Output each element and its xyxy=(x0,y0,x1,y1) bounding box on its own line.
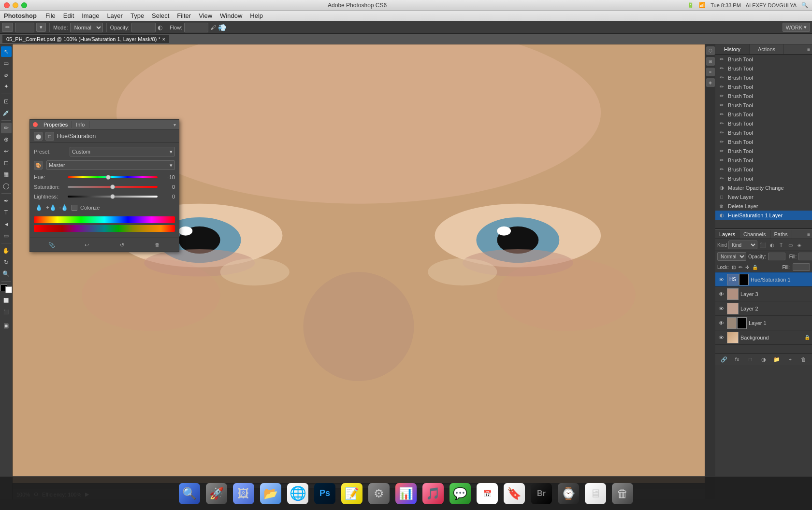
right-icon-3[interactable]: ≡ xyxy=(706,68,715,76)
clone-tool[interactable]: ⊕ xyxy=(1,134,12,145)
history-item[interactable]: ✏Brush Tool xyxy=(715,146,812,156)
history-item[interactable]: ◐Hue/Saturation 1 Layer xyxy=(715,211,812,220)
dock-launchpad[interactable]: 🚀 xyxy=(204,481,229,506)
blend-mode-select[interactable]: Normal Multiply Screen xyxy=(717,252,746,261)
layer-background[interactable]: 👁 Background 🔒 xyxy=(715,330,812,345)
eyedropper1-icon[interactable]: 💧 xyxy=(34,203,44,212)
marquee-tool[interactable]: ▭ xyxy=(1,58,12,69)
lightness-thumb[interactable] xyxy=(110,194,115,199)
dock-bridge[interactable]: Br xyxy=(529,481,554,506)
dock-chrome[interactable]: 🌐 xyxy=(285,481,310,506)
eyedropper-tool[interactable]: 💉 xyxy=(1,108,12,118)
menu-type[interactable]: Type xyxy=(127,11,148,21)
filter-pixel-icon[interactable]: ⬛ xyxy=(759,241,767,249)
history-tab[interactable]: History xyxy=(715,44,750,54)
history-item[interactable]: ✏Brush Tool xyxy=(715,174,812,183)
dock-notes[interactable]: 📝 xyxy=(339,481,364,506)
screen-mode-btn[interactable]: ▣ xyxy=(1,320,12,331)
menu-select[interactable]: Select xyxy=(148,11,173,21)
history-item[interactable]: ✏Brush Tool xyxy=(715,156,812,165)
dock-watch[interactable]: ⌚ xyxy=(556,481,581,506)
canvas-area[interactable]: Properties Info ▾ ⬤ □ Hue/Saturation Pre… xyxy=(13,44,705,499)
view-previous-state-btn[interactable]: ↩ xyxy=(82,240,92,250)
magic-wand-tool[interactable]: ✦ xyxy=(1,81,12,92)
history-item[interactable]: ✏Brush Tool xyxy=(715,55,812,64)
lock-move-icon[interactable]: ✛ xyxy=(745,265,749,270)
dock-itunes[interactable]: 🎵 xyxy=(420,481,446,506)
eyedropper2-icon[interactable]: +💧 xyxy=(46,203,56,212)
crop-tool[interactable]: ⊡ xyxy=(1,96,12,107)
new-layer-btn[interactable]: + xyxy=(786,355,795,364)
history-item[interactable]: ◑Master Opacity Change xyxy=(715,183,812,192)
pen-tool[interactable]: ✒ xyxy=(1,196,12,206)
visibility-layer1[interactable]: 👁 xyxy=(717,319,725,327)
link-layers-btn[interactable]: 🔗 xyxy=(720,355,728,364)
filter-type-icon[interactable]: T xyxy=(777,241,785,249)
history-item[interactable]: 🗑Delete Layer xyxy=(715,201,812,211)
hue-slider-container[interactable] xyxy=(68,174,158,181)
dock-files[interactable]: 📂 xyxy=(258,481,283,506)
dock-messages[interactable]: 💬 xyxy=(448,481,473,506)
tab-close-btn[interactable]: × xyxy=(162,37,165,42)
dock-calendar[interactable]: 📅 xyxy=(475,481,500,506)
dock-system-prefs[interactable]: ⚙ xyxy=(366,481,392,506)
dock-trash[interactable]: 🗑 xyxy=(610,481,635,506)
brush-size-input[interactable]: 100 xyxy=(15,23,34,32)
add-mask-btn[interactable]: □ xyxy=(746,355,755,364)
add-style-btn[interactable]: fx xyxy=(733,355,741,364)
airbrush-icon[interactable]: 💨 xyxy=(218,24,226,31)
brush-tool[interactable]: ✏ xyxy=(1,123,12,133)
brush-tool-btn[interactable]: ✏ xyxy=(2,23,13,32)
preset-dropdown[interactable]: Custom ▾ xyxy=(70,147,175,156)
filter-adjustment-icon[interactable]: ◐ xyxy=(768,241,776,249)
create-clipping-mask-btn[interactable]: 📎 xyxy=(47,240,57,250)
layers-tab[interactable]: Layers xyxy=(715,230,740,239)
dock-photos[interactable]: 📊 xyxy=(393,481,419,506)
menu-layer[interactable]: Layer xyxy=(103,11,127,21)
properties-tab[interactable]: Properties xyxy=(40,121,72,128)
history-brush-tool[interactable]: ↩ xyxy=(1,146,12,156)
history-item[interactable]: ✏Brush Tool xyxy=(715,110,812,119)
reset-btn[interactable]: ↺ xyxy=(117,240,127,250)
brush-picker[interactable]: ▾ xyxy=(36,23,46,32)
new-group-btn[interactable]: 📁 xyxy=(772,355,781,364)
history-item[interactable]: ✏Brush Tool xyxy=(715,165,812,174)
dock-reminders[interactable]: 🔖 xyxy=(502,481,527,506)
visibility-layer3[interactable]: 👁 xyxy=(717,290,725,298)
dock-finder[interactable]: 🔍 xyxy=(177,481,202,506)
layer-1[interactable]: 👁 Layer 1 xyxy=(715,316,812,330)
history-item[interactable]: ✏Brush Tool xyxy=(715,119,812,128)
history-item[interactable]: ✏Brush Tool xyxy=(715,100,812,110)
right-icon-1[interactable]: ⬡ xyxy=(706,46,715,55)
menu-help[interactable]: Help xyxy=(246,11,267,21)
filter-shape-icon[interactable]: ▭ xyxy=(786,241,794,249)
history-item[interactable]: ✏Brush Tool xyxy=(715,91,812,100)
fill-input[interactable]: 100% xyxy=(798,253,812,260)
workspace-btn[interactable]: WORK ▾ xyxy=(783,23,810,32)
dock-photoshop[interactable]: Ps xyxy=(312,481,337,506)
background-color[interactable] xyxy=(5,286,12,293)
new-fill-layer-btn[interactable]: ◑ xyxy=(759,355,768,364)
minimize-button[interactable] xyxy=(13,2,18,8)
rotate-view-tool[interactable]: ↻ xyxy=(1,257,12,268)
properties-close-btn[interactable] xyxy=(33,122,38,127)
menu-edit[interactable]: Edit xyxy=(59,11,78,21)
fill-input-2[interactable]: 100% xyxy=(793,263,810,271)
menu-window[interactable]: Window xyxy=(216,11,246,21)
visibility-layer2[interactable]: 👁 xyxy=(717,305,725,312)
panel-menu-icon[interactable]: ≡ xyxy=(807,47,810,52)
properties-titlebar[interactable]: Properties Info ▾ xyxy=(30,120,179,130)
menu-filter[interactable]: Filter xyxy=(173,11,195,21)
dock-activity[interactable]: 🖥 xyxy=(583,481,608,506)
close-button[interactable] xyxy=(4,2,10,8)
visibility-background[interactable]: 👁 xyxy=(717,334,725,341)
info-tab[interactable]: Info xyxy=(72,121,89,128)
channels-tab[interactable]: Channels xyxy=(740,230,770,239)
lock-transparent-icon[interactable]: ⊡ xyxy=(732,265,736,270)
move-tool[interactable]: ↖ xyxy=(1,46,12,57)
maximize-button[interactable] xyxy=(21,2,27,8)
lock-all-icon[interactable]: 🔒 xyxy=(752,265,758,270)
colorize-checkbox[interactable] xyxy=(72,205,77,211)
actions-tab[interactable]: Actions xyxy=(750,44,784,54)
layer-3[interactable]: 👁 Layer 3 xyxy=(715,287,812,301)
